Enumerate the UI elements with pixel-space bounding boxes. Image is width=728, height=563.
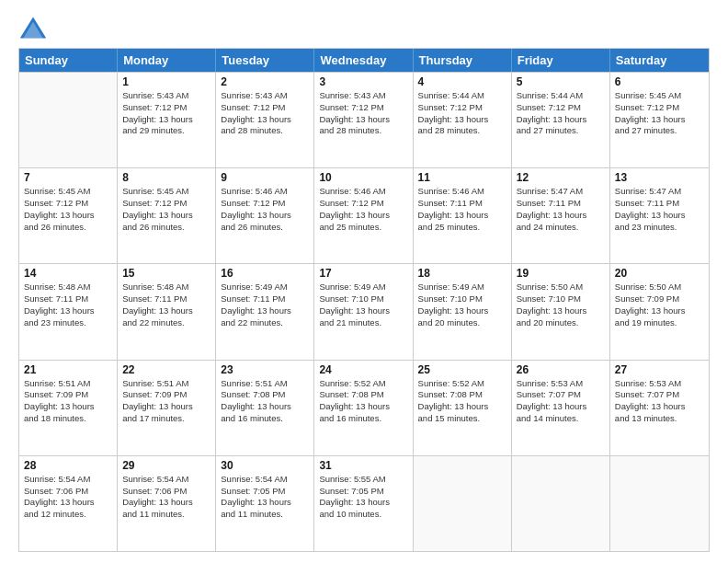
day-number: 14 <box>24 267 112 280</box>
cal-week-0: 1Sunrise: 5:43 AMSunset: 7:12 PMDaylight… <box>19 72 709 167</box>
cell-line: Sunrise: 5:43 AM <box>221 90 309 102</box>
cell-line: and 20 minutes. <box>517 317 605 329</box>
day-number: 6 <box>615 75 704 88</box>
cell-line: and 26 minutes. <box>122 222 210 234</box>
cal-cell: 22Sunrise: 5:51 AMSunset: 7:09 PMDayligh… <box>118 361 216 455</box>
cell-line: Sunset: 7:10 PM <box>319 293 407 305</box>
cell-line: and 18 minutes. <box>24 413 112 425</box>
cell-line: Sunset: 7:05 PM <box>221 486 309 498</box>
cell-line: Daylight: 13 hours <box>615 401 704 413</box>
day-number: 5 <box>517 75 605 88</box>
cell-line: Sunrise: 5:49 AM <box>319 282 407 293</box>
cell-line: Sunrise: 5:43 AM <box>319 90 407 102</box>
cell-line: Sunrise: 5:54 AM <box>221 474 309 486</box>
calendar: SundayMondayTuesdayWednesdayThursdayFrid… <box>18 48 710 552</box>
cell-line: Sunset: 7:09 PM <box>24 389 112 401</box>
day-number: 25 <box>418 363 506 376</box>
cell-line: Sunset: 7:12 PM <box>122 102 210 114</box>
cell-line: Daylight: 13 hours <box>319 305 407 317</box>
cell-line: and 22 minutes. <box>122 317 210 329</box>
cell-line: Sunrise: 5:52 AM <box>319 378 407 390</box>
cell-line: and 25 minutes. <box>319 222 407 234</box>
cell-line: Sunset: 7:10 PM <box>418 293 506 305</box>
cell-line: Sunset: 7:12 PM <box>418 102 506 114</box>
cell-line: Daylight: 13 hours <box>615 305 704 317</box>
cell-line: and 11 minutes. <box>221 509 309 521</box>
cell-line: Sunset: 7:12 PM <box>319 102 407 114</box>
day-number: 26 <box>517 363 605 376</box>
cell-line: Sunset: 7:11 PM <box>615 198 704 210</box>
day-number: 17 <box>319 267 407 280</box>
cell-line: Sunset: 7:07 PM <box>615 389 704 401</box>
cell-line: Daylight: 13 hours <box>517 305 605 317</box>
cell-line: and 20 minutes. <box>418 317 506 329</box>
cell-line: Sunrise: 5:48 AM <box>122 282 210 293</box>
cell-line: and 22 minutes. <box>221 317 309 329</box>
cal-cell: 11Sunrise: 5:46 AMSunset: 7:11 PMDayligh… <box>414 168 512 263</box>
cell-line: and 12 minutes. <box>24 509 112 521</box>
day-number: 29 <box>122 459 210 472</box>
cell-line: Sunset: 7:05 PM <box>319 486 407 498</box>
cell-line: Daylight: 13 hours <box>418 305 506 317</box>
cal-cell: 2Sunrise: 5:43 AMSunset: 7:12 PMDaylight… <box>216 73 314 167</box>
cal-cell: 28Sunrise: 5:54 AMSunset: 7:06 PMDayligh… <box>19 456 118 551</box>
day-number: 22 <box>122 363 210 376</box>
cell-line: Daylight: 13 hours <box>24 210 112 222</box>
cell-line: Daylight: 13 hours <box>319 401 407 413</box>
cell-line: Daylight: 13 hours <box>24 305 112 317</box>
cell-line: Daylight: 13 hours <box>122 210 210 222</box>
cell-line: Sunset: 7:09 PM <box>122 389 210 401</box>
cell-line: Sunset: 7:06 PM <box>122 486 210 498</box>
cal-header-cell: Thursday <box>414 49 512 72</box>
cal-cell <box>512 456 610 551</box>
cell-line: Sunset: 7:08 PM <box>418 389 506 401</box>
day-number: 9 <box>221 171 309 184</box>
day-number: 23 <box>221 363 309 376</box>
cell-line: Sunrise: 5:53 AM <box>517 378 605 390</box>
cell-line: Daylight: 13 hours <box>221 210 309 222</box>
cell-line: Sunset: 7:12 PM <box>221 198 309 210</box>
cal-cell: 26Sunrise: 5:53 AMSunset: 7:07 PMDayligh… <box>512 361 610 455</box>
cell-line: and 28 minutes. <box>319 125 407 137</box>
day-number: 20 <box>615 267 704 280</box>
cell-line: Sunrise: 5:47 AM <box>615 186 704 198</box>
cell-line: Sunrise: 5:46 AM <box>221 186 309 198</box>
cell-line: and 23 minutes. <box>24 317 112 329</box>
cell-line: Sunset: 7:06 PM <box>24 486 112 498</box>
cal-cell: 17Sunrise: 5:49 AMSunset: 7:10 PMDayligh… <box>314 264 413 359</box>
cell-line: Sunrise: 5:44 AM <box>517 90 605 102</box>
cal-cell <box>19 73 118 167</box>
day-number: 19 <box>517 267 605 280</box>
cal-week-4: 28Sunrise: 5:54 AMSunset: 7:06 PMDayligh… <box>19 455 709 551</box>
cal-cell: 14Sunrise: 5:48 AMSunset: 7:11 PMDayligh… <box>19 264 118 359</box>
cell-line: and 10 minutes. <box>319 509 407 521</box>
day-number: 28 <box>24 459 112 472</box>
day-number: 8 <box>122 171 210 184</box>
cell-line: Sunset: 7:12 PM <box>319 198 407 210</box>
cell-line: and 28 minutes. <box>221 125 309 137</box>
cell-line: Daylight: 13 hours <box>517 114 605 126</box>
cell-line: Daylight: 13 hours <box>319 114 407 126</box>
day-number: 2 <box>221 75 309 88</box>
cell-line: Daylight: 13 hours <box>122 114 210 126</box>
cal-cell: 31Sunrise: 5:55 AMSunset: 7:05 PMDayligh… <box>314 456 413 551</box>
cell-line: Daylight: 13 hours <box>24 401 112 413</box>
logo <box>18 15 51 40</box>
cell-line: and 26 minutes. <box>24 222 112 234</box>
day-number: 3 <box>319 75 407 88</box>
cell-line: Sunrise: 5:55 AM <box>319 474 407 486</box>
cell-line: Sunset: 7:11 PM <box>122 293 210 305</box>
cell-line: and 21 minutes. <box>319 317 407 329</box>
cell-line: Sunset: 7:12 PM <box>221 102 309 114</box>
cell-line: and 11 minutes. <box>122 509 210 521</box>
cell-line: Daylight: 13 hours <box>418 401 506 413</box>
cal-cell: 6Sunrise: 5:45 AMSunset: 7:12 PMDaylight… <box>610 73 709 167</box>
day-number: 1 <box>122 75 210 88</box>
day-number: 18 <box>418 267 506 280</box>
cell-line: Sunset: 7:09 PM <box>615 293 704 305</box>
cell-line: and 15 minutes. <box>418 413 506 425</box>
cal-cell: 4Sunrise: 5:44 AMSunset: 7:12 PMDaylight… <box>414 73 512 167</box>
cal-cell <box>610 456 709 551</box>
day-number: 11 <box>418 171 506 184</box>
cell-line: Daylight: 13 hours <box>615 114 704 126</box>
